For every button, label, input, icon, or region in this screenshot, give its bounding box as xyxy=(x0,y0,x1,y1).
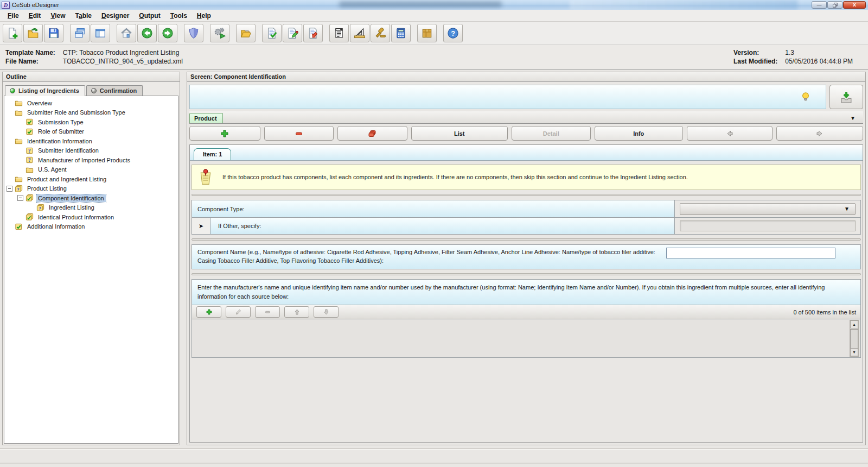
guidance-note-text: If this tobacco product has components, … xyxy=(222,173,704,181)
divider xyxy=(192,238,861,241)
report-button[interactable] xyxy=(329,24,349,42)
titlebar-glass-highlight xyxy=(570,0,797,10)
lightbulb-icon[interactable] xyxy=(801,92,810,103)
add-row-button[interactable] xyxy=(196,306,221,318)
item-tab[interactable]: Item: 1 xyxy=(194,148,231,160)
document-accept-button[interactable] xyxy=(262,24,282,42)
move-row-up-button xyxy=(284,306,309,318)
tree-expander-minus-icon[interactable] xyxy=(17,195,23,201)
page-question-icon: ? xyxy=(25,147,34,155)
tree-item-u-s-agent[interactable]: U.S. Agent xyxy=(7,165,178,175)
page-check-icon xyxy=(25,118,34,126)
outline-tab-confirmation[interactable]: Confirmation xyxy=(86,85,143,96)
scroll-down-icon[interactable]: ▼ xyxy=(850,348,858,356)
document-edit-icon xyxy=(286,27,298,39)
calculator-button[interactable] xyxy=(391,24,411,42)
product-tab[interactable]: Product xyxy=(189,113,223,123)
list-view-button[interactable]: List xyxy=(411,126,508,141)
svg-text:?: ? xyxy=(451,29,455,37)
tree-item-label: U.S. Agent xyxy=(36,166,68,173)
outline-tab-listing-of-ingredients[interactable]: Listing of Ingredients xyxy=(5,85,85,96)
open-template-button[interactable] xyxy=(23,24,43,42)
manufacturer-group: Enter the manufacturer's name and unique… xyxy=(192,279,861,358)
folder-icon xyxy=(14,137,23,145)
tree-item-label: Identical Product Information xyxy=(36,213,116,221)
outline-header: Outline xyxy=(3,72,180,82)
divider xyxy=(192,194,861,196)
calculator-icon xyxy=(395,27,407,39)
tree-item-submitter-identification[interactable]: ?Submitter Identification xyxy=(7,146,178,156)
run-gears-button[interactable] xyxy=(210,24,229,42)
document-edit-button[interactable] xyxy=(283,24,302,42)
prev-item-button[interactable] xyxy=(687,126,773,141)
tree-expander-minus-icon[interactable] xyxy=(7,186,12,192)
shield-icon xyxy=(188,27,200,39)
tree-item-submission-type[interactable]: Submission Type xyxy=(7,117,178,127)
nav-forward-icon xyxy=(162,27,174,39)
menu-item-help[interactable]: Help xyxy=(193,11,215,21)
toolbar-group: ? xyxy=(443,24,463,42)
gavel-button[interactable] xyxy=(371,24,390,42)
tree-item-overview[interactable]: Overview xyxy=(7,98,178,108)
new-document-button[interactable] xyxy=(3,24,22,42)
tree-item-label: Additional Information xyxy=(25,223,86,230)
tree-item-product-listing[interactable]: ?Product Listing xyxy=(7,184,178,194)
tree-item-label: Role of Submitter xyxy=(36,128,86,135)
list-count-status: 0 of 500 items in the list xyxy=(793,309,856,315)
tree-item-identification-information[interactable]: Identification Information xyxy=(7,136,178,146)
toolbar-group xyxy=(262,24,323,42)
remove-item-button[interactable] xyxy=(264,126,334,141)
menu-item-view[interactable]: View xyxy=(46,11,69,21)
scroll-up-icon[interactable]: ▲ xyxy=(850,320,858,329)
cascade-windows-button[interactable] xyxy=(70,24,90,42)
folder-icon xyxy=(14,99,23,107)
folder-icon xyxy=(14,175,23,183)
tree-item-product-and-ingredient-listing[interactable]: Product and Ingredient Listing xyxy=(7,174,178,184)
component-name-input[interactable] xyxy=(666,248,835,258)
item-action-row: ListDetailInfo xyxy=(189,126,863,141)
copy-item-button[interactable] xyxy=(337,126,407,141)
menu-item-edit[interactable]: Edit xyxy=(24,11,46,21)
open-folder-button[interactable] xyxy=(236,24,256,42)
tree-item-role-of-submitter[interactable]: Role of Submitter xyxy=(7,127,178,137)
tree-item-submitter-role-and-submission-type[interactable]: Submitter Role and Submission Type xyxy=(7,108,178,118)
close-button[interactable]: X xyxy=(843,1,866,9)
component-type-dropdown[interactable]: ▼ xyxy=(680,203,856,215)
nav-back-button[interactable] xyxy=(137,24,157,42)
menu-item-table[interactable]: Table xyxy=(71,11,96,21)
help-button[interactable]: ? xyxy=(443,24,463,42)
scrollbar-thumb[interactable] xyxy=(850,329,858,349)
menu-item-tools[interactable]: Tools xyxy=(166,11,192,21)
manufacturer-list[interactable]: ▲ ▼ xyxy=(192,319,860,357)
menu-item-designer[interactable]: Designer xyxy=(97,11,133,21)
tree-item-identical-product-information[interactable]: Identical Product Information xyxy=(7,212,178,222)
document-export-button[interactable] xyxy=(303,24,323,42)
design-ruler-button[interactable] xyxy=(350,24,369,42)
home-icon xyxy=(120,27,132,39)
restore-button[interactable] xyxy=(827,1,843,9)
template-name-label: Template Name: xyxy=(5,49,55,56)
package-button[interactable] xyxy=(417,24,437,42)
nav-forward-button[interactable] xyxy=(158,24,177,42)
vertical-scrollbar[interactable]: ▲ ▼ xyxy=(850,320,859,357)
menu-item-output[interactable]: Output xyxy=(135,11,164,21)
import-data-button[interactable] xyxy=(829,85,863,109)
next-item-button[interactable] xyxy=(776,126,864,141)
add-item-button[interactable] xyxy=(189,126,260,141)
menu-item-file[interactable]: File xyxy=(3,11,23,21)
tree-item-ingredient-listing[interactable]: ?Ingredient Listing xyxy=(7,203,178,213)
tree-item-component-identification[interactable]: Component Identification xyxy=(7,193,178,203)
document-export-icon xyxy=(307,27,319,39)
info-button[interactable]: Info xyxy=(595,126,684,141)
home-button[interactable] xyxy=(117,24,136,42)
tree-item-manufacturer-of-imported-products[interactable]: ?Manufacturer of Imported Products xyxy=(7,155,178,165)
note-pin-icon xyxy=(197,168,214,187)
minimize-button[interactable]: — xyxy=(812,1,827,9)
tree-item-additional-information[interactable]: Additional Information xyxy=(7,222,178,232)
save-button[interactable] xyxy=(44,24,63,42)
split-window-button[interactable] xyxy=(91,24,110,42)
shield-button[interactable] xyxy=(184,24,203,42)
empty-area xyxy=(192,358,861,440)
product-dropdown-arrow-icon[interactable]: ▼ xyxy=(850,115,856,123)
tab-label: Confirmation xyxy=(100,87,137,94)
